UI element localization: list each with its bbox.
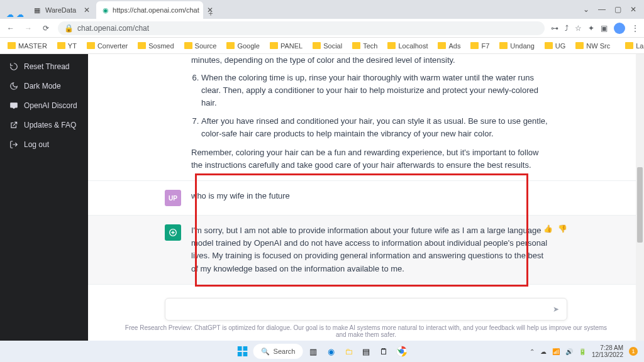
- taskbar-search[interactable]: 🔍 Search: [253, 344, 303, 359]
- notification-badge[interactable]: 1: [629, 347, 638, 356]
- chat-input[interactable]: [173, 305, 553, 314]
- new-tab-button[interactable]: ＋: [203, 8, 218, 19]
- star-icon[interactable]: ☆: [575, 24, 582, 33]
- bookmark-item[interactable]: Tech: [350, 41, 380, 51]
- assistant-text: I'm sorry, but I am not able to provide …: [191, 224, 552, 275]
- chevron-up-icon[interactable]: ⌃: [530, 348, 535, 355]
- share-icon[interactable]: ⤴: [565, 24, 569, 33]
- svg-rect-2: [243, 346, 248, 351]
- tab-chatgpt[interactable]: ◉ https://chat.openai.com/chat ✕: [96, 1, 203, 19]
- bookmark-label: Source: [195, 42, 217, 50]
- bookmark-item[interactable]: YT: [55, 41, 79, 51]
- forward-button: →: [23, 24, 34, 33]
- url-input[interactable]: 🔒 chat.openai.com/chat: [58, 21, 545, 35]
- bookmark-item[interactable]: Sosmed: [135, 41, 176, 51]
- url-text: chat.openai.com/chat: [77, 24, 149, 33]
- sidebar-item-log-out[interactable]: Log out: [4, 136, 84, 153]
- send-icon[interactable]: ➤: [553, 305, 559, 314]
- bookmark-label: Google: [237, 42, 259, 50]
- bookmark-item[interactable]: Source: [182, 41, 219, 51]
- scrollbar-thumb[interactable]: [637, 167, 643, 243]
- chevron-down-icon[interactable]: ⌄: [583, 5, 589, 14]
- close-window-icon[interactable]: ✕: [630, 5, 636, 14]
- bookmark-label: Undang: [510, 42, 535, 50]
- extension-icon[interactable]: ▣: [601, 24, 608, 33]
- sidebar-item-updates-faq[interactable]: Updates & FAQ: [4, 116, 84, 134]
- sidebar-item-reset-thread[interactable]: Reset Thread: [4, 58, 84, 75]
- user-text: who is my wife in the future: [191, 190, 552, 206]
- bookmark-item[interactable]: NW Src: [573, 41, 613, 51]
- sidebar-item-label: OpenAI Discord: [24, 101, 77, 110]
- edge-icon[interactable]: ◉: [324, 344, 338, 358]
- bookmark-item[interactable]: PANEL: [267, 41, 305, 51]
- list-item-partial: minutes, depending on the type of color …: [191, 55, 455, 65]
- clock-date: 12/13/2022: [592, 351, 623, 358]
- taskbar-clock[interactable]: 7:28 AM 12/13/2022: [592, 344, 623, 358]
- logout-icon: [9, 140, 18, 149]
- input-area: ➤ Free Research Preview: ChatGPT is opti…: [88, 290, 644, 341]
- discord-icon: [9, 101, 18, 110]
- tab-title: https://chat.openai.com/chat: [113, 6, 199, 14]
- profile-avatar[interactable]: [614, 23, 625, 34]
- moon-icon: [9, 82, 18, 90]
- svg-rect-1: [238, 346, 242, 351]
- folder-icon: [499, 42, 508, 49]
- tab-title: WareData: [45, 6, 76, 14]
- thumbs-down-icon[interactable]: 👎: [558, 224, 567, 233]
- thumbs-up-icon[interactable]: 👍: [543, 224, 553, 233]
- favicon-icon: ◉: [103, 6, 109, 14]
- bookmark-item[interactable]: UG: [542, 41, 569, 51]
- menu-icon[interactable]: ⋮: [631, 24, 639, 33]
- folder-icon: [352, 42, 360, 49]
- bookmark-label: Social: [323, 42, 342, 50]
- bookmark-item[interactable]: F7: [468, 41, 492, 51]
- folder-icon: [470, 42, 479, 49]
- minimize-icon[interactable]: —: [598, 5, 606, 14]
- sidebar-item-dark-mode[interactable]: Dark Mode: [4, 77, 84, 95]
- wifi-icon[interactable]: 📶: [552, 348, 560, 355]
- page-scrollbar[interactable]: [636, 54, 644, 341]
- start-button[interactable]: [236, 344, 250, 358]
- bookmark-item[interactable]: Converter: [84, 41, 130, 51]
- chrome-icon[interactable]: [394, 344, 408, 358]
- assistant-message: minutes, depending on the type of color …: [88, 54, 644, 181]
- back-button[interactable]: ←: [5, 24, 16, 33]
- bookmark-label: Sosmed: [148, 42, 174, 50]
- app-icon[interactable]: 🗒: [377, 344, 391, 358]
- bookmark-item[interactable]: Ads: [435, 41, 463, 51]
- task-view-icon[interactable]: ▥: [306, 344, 320, 358]
- key-icon[interactable]: ⊶: [551, 24, 558, 33]
- reload-button[interactable]: ⟳: [40, 24, 52, 33]
- bookmark-item[interactable]: Undang: [497, 41, 537, 51]
- bookmark-item[interactable]: Social: [310, 41, 345, 51]
- extension-icon[interactable]: ✦: [588, 24, 594, 33]
- cloud-icon: ☁: [16, 10, 24, 19]
- explorer-icon[interactable]: 🗀: [341, 344, 355, 358]
- user-message: UP who is my wife in the future: [88, 181, 644, 216]
- assistant-avatar: [165, 224, 181, 241]
- main-content: minutes, depending on the type of color …: [88, 54, 644, 341]
- volume-icon[interactable]: 🔊: [565, 348, 573, 355]
- folder-icon: [545, 42, 553, 49]
- close-icon[interactable]: ✕: [84, 6, 90, 14]
- app-icon[interactable]: ▤: [359, 344, 373, 358]
- tab-waredata[interactable]: ▦ WareData ✕: [26, 1, 96, 19]
- sidebar-item-label: Log out: [24, 140, 49, 149]
- cloud-icon: ☁: [6, 10, 14, 19]
- battery-icon[interactable]: 🔋: [579, 348, 586, 355]
- bookmark-label: Converter: [97, 42, 128, 50]
- maximize-icon[interactable]: ▢: [614, 5, 621, 14]
- onedrive-icon[interactable]: ☁: [540, 348, 547, 355]
- bookmark-item[interactable]: Land: [623, 41, 644, 51]
- bookmark-item[interactable]: Google: [224, 41, 262, 51]
- lock-icon: 🔒: [64, 24, 74, 33]
- bookmark-item[interactable]: Localhost: [385, 41, 430, 51]
- bookmark-item[interactable]: MASTER: [5, 41, 50, 51]
- bookmarks-bar: MASTERYTConverterSosmedSourceGooglePANEL…: [0, 38, 644, 54]
- folder-icon: [387, 42, 396, 49]
- folder-icon: [625, 42, 633, 49]
- sidebar-item-openai-discord[interactable]: OpenAI Discord: [4, 97, 84, 114]
- chat-input-container[interactable]: ➤: [165, 298, 567, 321]
- folder-icon: [8, 42, 16, 49]
- bookmark-label: NW Src: [586, 42, 610, 50]
